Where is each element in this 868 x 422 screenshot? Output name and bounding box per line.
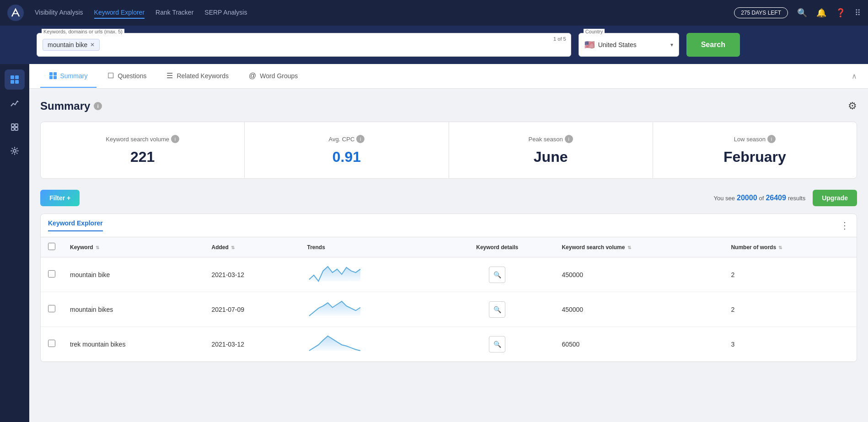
table-column-headers: Keyword ⇅ Added ⇅ Trends Keyword details… — [41, 237, 857, 257]
nav-keyword-explorer[interactable]: Keyword Explorer — [94, 7, 145, 19]
search-button[interactable]: Search — [686, 33, 740, 57]
sidebar-item-integrations[interactable] — [5, 117, 25, 137]
cpc-info-icon[interactable]: i — [356, 135, 364, 143]
summary-title: Summary i — [40, 100, 102, 112]
svg-point-5 — [13, 150, 16, 152]
content-area: Summary i ⚙ Keyword search volume i 221 … — [29, 89, 868, 373]
stat-card-peak-season: Peak season i June — [449, 122, 653, 178]
country-label: Country — [584, 29, 605, 34]
collapse-icon[interactable]: ∧ — [852, 72, 857, 80]
search-volume-info-icon[interactable]: i — [171, 135, 179, 143]
row-checkbox-cell — [41, 327, 63, 362]
filter-button[interactable]: Filter + — [40, 190, 80, 206]
row-keyword: trek mountain bikes — [63, 327, 204, 362]
col-keyword-details: Keyword details — [440, 237, 554, 257]
row-words: 2 — [723, 292, 857, 327]
row-words: 3 — [723, 327, 857, 362]
svg-rect-4 — [15, 128, 18, 130]
row-details: 🔍 — [440, 257, 554, 292]
added-sort-icon: ⇅ — [231, 245, 235, 250]
results-of: of — [759, 195, 764, 202]
stat-label-peak-season: Peak season i — [460, 135, 642, 143]
sidebar-item-settings[interactable] — [5, 141, 25, 161]
search-icon[interactable]: 🔍 — [797, 8, 807, 18]
row-checkbox[interactable] — [48, 340, 55, 347]
row-details-btn[interactable]: 🔍 — [489, 336, 505, 353]
upgrade-button[interactable]: Upgrade — [813, 190, 857, 206]
row-trend — [300, 292, 440, 327]
keyword-tag-text: mountain bike — [48, 41, 87, 48]
tab-word-groups[interactable]: @ Word Groups — [240, 64, 307, 88]
tab-summary[interactable]: Summary — [40, 65, 96, 88]
col-num-words[interactable]: Number of words ⇅ — [723, 237, 857, 257]
keyword-tag-remove[interactable]: ✕ — [90, 42, 95, 48]
select-all-checkbox[interactable] — [48, 243, 55, 250]
table-options-icon[interactable]: ⋮ — [840, 220, 849, 231]
row-details-btn[interactable]: 🔍 — [489, 267, 505, 283]
keyword-sort-icon: ⇅ — [96, 245, 99, 250]
low-season-info-icon[interactable]: i — [767, 135, 776, 143]
nav-visibility-analysis[interactable]: Visibility Analysis — [35, 7, 83, 19]
results-info: You see 20000 of 26409 results Upgrade — [714, 190, 857, 206]
stat-value-low-season: February — [664, 149, 846, 166]
words-sort-icon: ⇅ — [778, 245, 782, 250]
row-details: 🔍 — [440, 292, 554, 327]
keyword-table: Keyword ⇅ Added ⇅ Trends Keyword details… — [41, 237, 857, 362]
summary-info-icon[interactable]: i — [94, 102, 102, 110]
results-shown: 20000 — [737, 194, 757, 202]
nav-rank-tracker[interactable]: Rank Tracker — [155, 7, 193, 19]
row-added: 2021-03-12 — [204, 257, 300, 292]
row-volume: 450000 — [554, 257, 723, 292]
col-checkbox — [41, 237, 63, 257]
results-suffix: results — [788, 195, 805, 202]
svg-rect-3 — [11, 128, 14, 130]
related-keywords-icon: ☰ — [166, 71, 173, 80]
logo — [7, 5, 24, 21]
settings-gear-icon[interactable]: ⚙ — [848, 100, 857, 112]
filter-row: Filter + You see 20000 of 26409 results … — [40, 190, 857, 206]
keyword-input-wrapper[interactable]: Keywords, domains or urls (max. 5) 1 of … — [37, 33, 571, 57]
summary-header: Summary i ⚙ — [40, 100, 857, 112]
col-search-volume[interactable]: Keyword search volume ⇅ — [554, 237, 723, 257]
row-added: 2021-03-12 — [204, 327, 300, 362]
tab-related-keywords[interactable]: ☰ Related Keywords — [157, 64, 238, 88]
sidebar — [0, 64, 29, 422]
row-checkbox[interactable] — [48, 270, 55, 278]
apps-icon[interactable]: ⠿ — [855, 8, 861, 18]
main-layout: Summary ☐ Questions ☰ Related Keywords @… — [0, 64, 868, 422]
stat-label-search-volume: Keyword search volume i — [52, 135, 233, 143]
stat-value-search-volume: 221 — [52, 149, 233, 166]
svg-rect-1 — [11, 124, 14, 127]
bell-icon[interactable]: 🔔 — [816, 8, 826, 18]
keyword-count: 1 of 5 — [553, 36, 566, 42]
tab-questions-label: Questions — [118, 72, 146, 80]
tab-questions[interactable]: ☐ Questions — [98, 64, 155, 88]
help-icon[interactable]: ❓ — [836, 8, 846, 18]
row-checkbox[interactable] — [48, 305, 55, 312]
peak-season-info-icon[interactable]: i — [565, 135, 573, 143]
nav-links: Visibility Analysis Keyword Explorer Ran… — [35, 7, 723, 19]
tab-related-keywords-label: Related Keywords — [177, 72, 229, 80]
row-keyword: mountain bikes — [63, 292, 204, 327]
keyword-tag: mountain bike ✕ — [43, 39, 100, 51]
table-tab-label[interactable]: Keyword Explorer — [48, 219, 103, 231]
col-keyword[interactable]: Keyword ⇅ — [63, 237, 204, 257]
search-bar-area: Keywords, domains or urls (max. 5) 1 of … — [0, 26, 868, 64]
results-total: 26409 — [766, 194, 786, 202]
sidebar-item-dashboard[interactable] — [5, 69, 25, 90]
col-added[interactable]: Added ⇅ — [204, 237, 300, 257]
country-select[interactable]: Country 🇺🇸 United States ▾ — [579, 33, 679, 57]
nav-serp-analysis[interactable]: SERP Analysis — [204, 7, 247, 19]
keyword-table-wrapper: Keyword Explorer ⋮ Keyword ⇅ — [40, 214, 857, 362]
stats-cards: Keyword search volume i 221 Avg. CPC i 0… — [40, 122, 857, 179]
results-prefix: You see — [714, 195, 735, 202]
row-added: 2021-07-09 — [204, 292, 300, 327]
main-content: Summary ☐ Questions ☰ Related Keywords @… — [29, 64, 868, 422]
row-volume: 60500 — [554, 327, 723, 362]
row-details-btn[interactable]: 🔍 — [489, 301, 505, 318]
row-volume: 450000 — [554, 292, 723, 327]
country-name: United States — [598, 41, 667, 48]
sidebar-item-analytics[interactable] — [5, 93, 25, 113]
stat-label-cpc: Avg. CPC i — [256, 135, 437, 143]
tab-word-groups-label: Word Groups — [260, 72, 298, 80]
